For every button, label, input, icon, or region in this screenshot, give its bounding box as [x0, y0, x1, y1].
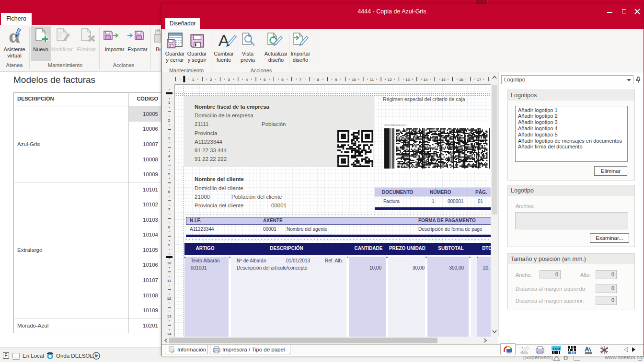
svg-text:8: 8 [317, 78, 320, 82]
svg-text:13: 13 [167, 314, 172, 318]
svg-text:9: 9 [168, 243, 171, 247]
svg-text:9: 9 [335, 78, 337, 82]
svg-text:10: 10 [167, 261, 172, 265]
svg-text:6: 6 [168, 190, 171, 194]
svg-text:11: 11 [167, 279, 172, 283]
svg-text:5: 5 [168, 172, 171, 176]
svg-text:2: 2 [210, 78, 212, 82]
svg-text:14: 14 [423, 78, 427, 82]
svg-text:13: 13 [405, 78, 410, 82]
svg-text:5: 5 [264, 78, 266, 82]
svg-text:1: 1 [192, 78, 195, 82]
svg-text:3: 3 [168, 136, 171, 140]
svg-text:16: 16 [459, 78, 463, 82]
svg-text:2: 2 [168, 118, 171, 123]
svg-text:A: A [585, 346, 589, 353]
svg-text:14: 14 [167, 332, 172, 336]
svg-text:8: 8 [168, 225, 171, 229]
svg-text:10: 10 [352, 78, 356, 82]
svg-text:4: 4 [168, 154, 171, 158]
svg-text:7: 7 [168, 207, 171, 212]
svg-text:4: 4 [246, 78, 248, 82]
svg-text:12: 12 [167, 296, 172, 301]
svg-text:7: 7 [299, 78, 302, 82]
svg-text:1: 1 [168, 101, 171, 105]
svg-text:1KB: 1KB [552, 347, 560, 351]
svg-text:11: 11 [370, 78, 374, 82]
svg-text:3: 3 [228, 78, 230, 82]
svg-text:6: 6 [281, 78, 284, 82]
svg-text:15: 15 [441, 78, 446, 82]
svg-text:17: 17 [477, 78, 481, 82]
svg-text:12: 12 [388, 78, 392, 82]
